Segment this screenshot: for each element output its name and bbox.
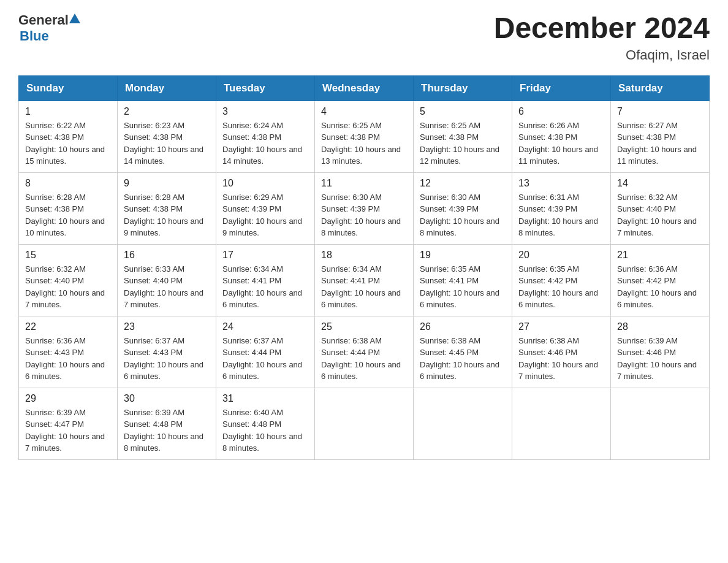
calendar-cell: 28Sunrise: 6:39 AMSunset: 4:46 PMDayligh…	[611, 316, 710, 388]
calendar-title-area: December 2024 Ofaqim, Israel	[494, 12, 710, 63]
day-info: Sunrise: 6:34 AMSunset: 4:41 PMDaylight:…	[222, 263, 308, 311]
calendar-cell	[611, 388, 710, 459]
day-info: Sunrise: 6:22 AMSunset: 4:38 PMDaylight:…	[25, 120, 111, 167]
day-number: 23	[124, 321, 210, 332]
day-number: 6	[518, 106, 604, 117]
calendar-cell: 12Sunrise: 6:30 AMSunset: 4:39 PMDayligh…	[414, 172, 512, 244]
day-info: Sunrise: 6:38 AMSunset: 4:46 PMDaylight:…	[518, 335, 604, 383]
day-number: 25	[321, 321, 407, 332]
weekday-header-wednesday: Wednesday	[315, 75, 414, 101]
day-info: Sunrise: 6:38 AMSunset: 4:44 PMDaylight:…	[321, 335, 407, 383]
day-number: 12	[420, 178, 506, 189]
day-info: Sunrise: 6:39 AMSunset: 4:47 PMDaylight:…	[25, 407, 111, 454]
calendar-cell: 2Sunrise: 6:23 AMSunset: 4:38 PMDaylight…	[118, 101, 216, 172]
day-number: 19	[420, 250, 506, 261]
calendar-cell: 3Sunrise: 6:24 AMSunset: 4:38 PMDaylight…	[216, 101, 315, 172]
day-number: 9	[124, 178, 210, 189]
day-number: 4	[321, 106, 407, 117]
calendar-cell: 9Sunrise: 6:28 AMSunset: 4:38 PMDaylight…	[118, 172, 216, 244]
weekday-header-row: SundayMondayTuesdayWednesdayThursdayFrid…	[19, 75, 710, 101]
day-info: Sunrise: 6:39 AMSunset: 4:48 PMDaylight:…	[124, 407, 210, 454]
day-number: 7	[617, 106, 703, 117]
day-info: Sunrise: 6:28 AMSunset: 4:38 PMDaylight:…	[25, 191, 111, 239]
day-info: Sunrise: 6:37 AMSunset: 4:43 PMDaylight:…	[124, 335, 210, 383]
calendar-cell: 30Sunrise: 6:39 AMSunset: 4:48 PMDayligh…	[118, 388, 216, 459]
day-info: Sunrise: 6:23 AMSunset: 4:38 PMDaylight:…	[124, 120, 210, 167]
day-number: 27	[518, 321, 604, 332]
day-info: Sunrise: 6:37 AMSunset: 4:44 PMDaylight:…	[222, 335, 308, 383]
calendar-cell: 19Sunrise: 6:35 AMSunset: 4:41 PMDayligh…	[414, 244, 512, 316]
day-info: Sunrise: 6:39 AMSunset: 4:46 PMDaylight:…	[617, 335, 703, 383]
day-info: Sunrise: 6:38 AMSunset: 4:45 PMDaylight:…	[420, 335, 506, 383]
calendar-cell: 24Sunrise: 6:37 AMSunset: 4:44 PMDayligh…	[216, 316, 315, 388]
day-info: Sunrise: 6:28 AMSunset: 4:38 PMDaylight:…	[124, 191, 210, 239]
day-number: 16	[124, 250, 210, 261]
calendar-week-row-2: 8Sunrise: 6:28 AMSunset: 4:38 PMDaylight…	[19, 172, 710, 244]
calendar-cell: 25Sunrise: 6:38 AMSunset: 4:44 PMDayligh…	[315, 316, 414, 388]
calendar-cell: 21Sunrise: 6:36 AMSunset: 4:42 PMDayligh…	[611, 244, 710, 316]
day-number: 11	[321, 178, 407, 189]
day-number: 22	[25, 321, 111, 332]
calendar-week-row-1: 1Sunrise: 6:22 AMSunset: 4:38 PMDaylight…	[19, 101, 710, 172]
day-info: Sunrise: 6:36 AMSunset: 4:42 PMDaylight:…	[617, 263, 703, 311]
day-info: Sunrise: 6:33 AMSunset: 4:40 PMDaylight:…	[124, 263, 210, 311]
day-info: Sunrise: 6:29 AMSunset: 4:39 PMDaylight:…	[222, 191, 308, 239]
day-number: 3	[222, 106, 308, 117]
calendar-cell	[414, 388, 512, 459]
day-number: 17	[222, 250, 308, 261]
logo-triangle-icon	[69, 13, 80, 23]
day-info: Sunrise: 6:34 AMSunset: 4:41 PMDaylight:…	[321, 263, 407, 311]
calendar-cell: 20Sunrise: 6:35 AMSunset: 4:42 PMDayligh…	[512, 244, 611, 316]
calendar-cell: 5Sunrise: 6:25 AMSunset: 4:38 PMDaylight…	[414, 101, 512, 172]
day-number: 2	[124, 106, 210, 117]
calendar-cell: 27Sunrise: 6:38 AMSunset: 4:46 PMDayligh…	[512, 316, 611, 388]
day-number: 13	[518, 178, 604, 189]
calendar-cell: 4Sunrise: 6:25 AMSunset: 4:38 PMDaylight…	[315, 101, 414, 172]
calendar-cell: 16Sunrise: 6:33 AMSunset: 4:40 PMDayligh…	[118, 244, 216, 316]
day-number: 29	[25, 393, 111, 404]
weekday-header-saturday: Saturday	[611, 75, 710, 101]
day-info: Sunrise: 6:40 AMSunset: 4:48 PMDaylight:…	[222, 407, 308, 454]
day-number: 31	[222, 393, 308, 404]
day-info: Sunrise: 6:24 AMSunset: 4:38 PMDaylight:…	[222, 120, 308, 167]
day-number: 14	[617, 178, 703, 189]
calendar-cell: 14Sunrise: 6:32 AMSunset: 4:40 PMDayligh…	[611, 172, 710, 244]
calendar-cell: 11Sunrise: 6:30 AMSunset: 4:39 PMDayligh…	[315, 172, 414, 244]
calendar-cell: 1Sunrise: 6:22 AMSunset: 4:38 PMDaylight…	[19, 101, 118, 172]
calendar-week-row-5: 29Sunrise: 6:39 AMSunset: 4:47 PMDayligh…	[19, 388, 710, 459]
day-number: 18	[321, 250, 407, 261]
weekday-header-sunday: Sunday	[19, 75, 118, 101]
day-info: Sunrise: 6:32 AMSunset: 4:40 PMDaylight:…	[617, 191, 703, 239]
calendar-week-row-3: 15Sunrise: 6:32 AMSunset: 4:40 PMDayligh…	[19, 244, 710, 316]
location-subtitle: Ofaqim, Israel	[494, 47, 710, 63]
day-info: Sunrise: 6:31 AMSunset: 4:39 PMDaylight:…	[518, 191, 604, 239]
calendar-cell: 7Sunrise: 6:27 AMSunset: 4:38 PMDaylight…	[611, 101, 710, 172]
month-year-title: December 2024	[494, 12, 710, 45]
svg-marker-0	[69, 13, 80, 23]
logo-general-text: General	[18, 12, 69, 28]
day-info: Sunrise: 6:32 AMSunset: 4:40 PMDaylight:…	[25, 263, 111, 311]
page-header: General Blue December 2024 Ofaqim, Israe…	[18, 12, 710, 63]
calendar-cell: 13Sunrise: 6:31 AMSunset: 4:39 PMDayligh…	[512, 172, 611, 244]
day-number: 20	[518, 250, 604, 261]
day-number: 26	[420, 321, 506, 332]
day-number: 10	[222, 178, 308, 189]
calendar-cell	[512, 388, 611, 459]
day-number: 24	[222, 321, 308, 332]
weekday-header-friday: Friday	[512, 75, 611, 101]
day-info: Sunrise: 6:30 AMSunset: 4:39 PMDaylight:…	[321, 191, 407, 239]
calendar-cell	[315, 388, 414, 459]
weekday-header-tuesday: Tuesday	[216, 75, 315, 101]
day-info: Sunrise: 6:27 AMSunset: 4:38 PMDaylight:…	[617, 120, 703, 167]
logo-blue-text: Blue	[20, 28, 49, 44]
calendar-cell: 18Sunrise: 6:34 AMSunset: 4:41 PMDayligh…	[315, 244, 414, 316]
day-number: 30	[124, 393, 210, 404]
logo: General Blue	[18, 12, 80, 44]
day-info: Sunrise: 6:35 AMSunset: 4:41 PMDaylight:…	[420, 263, 506, 311]
calendar-cell: 6Sunrise: 6:26 AMSunset: 4:38 PMDaylight…	[512, 101, 611, 172]
day-info: Sunrise: 6:26 AMSunset: 4:38 PMDaylight:…	[518, 120, 604, 167]
day-number: 1	[25, 106, 111, 117]
day-number: 28	[617, 321, 703, 332]
weekday-header-monday: Monday	[118, 75, 216, 101]
calendar-table: SundayMondayTuesdayWednesdayThursdayFrid…	[18, 75, 710, 460]
